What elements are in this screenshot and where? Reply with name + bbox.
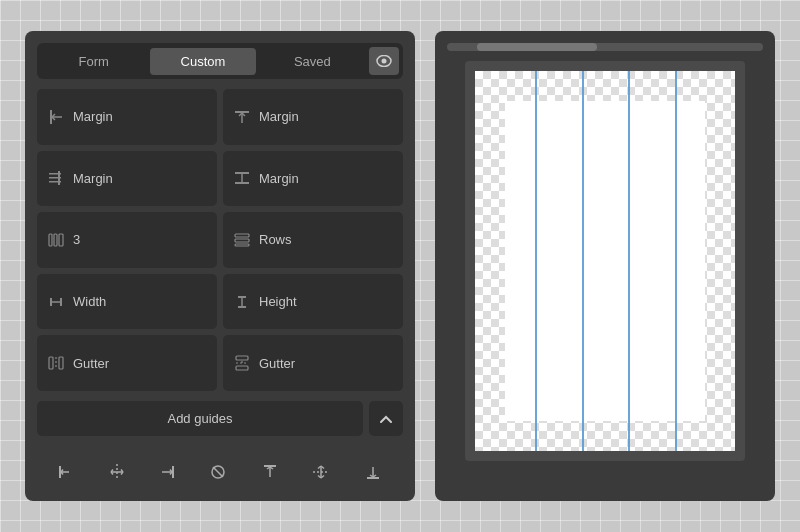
width-control[interactable]: Width [37, 274, 217, 330]
svg-rect-22 [235, 244, 249, 246]
svg-rect-52 [264, 465, 276, 467]
toolbar [37, 454, 403, 489]
tab-form[interactable]: Form [41, 48, 146, 75]
svg-rect-20 [235, 234, 249, 237]
guide-line-1 [535, 71, 537, 451]
scrollbar[interactable] [447, 43, 763, 51]
align-left-edge-icon[interactable] [53, 460, 79, 487]
rows-control[interactable]: Rows [223, 212, 403, 268]
align-center-h-icon[interactable] [103, 460, 131, 487]
eye-button[interactable] [369, 47, 399, 75]
svg-rect-6 [235, 111, 249, 113]
svg-rect-36 [59, 466, 61, 478]
svg-rect-2 [50, 110, 52, 124]
margin-bottom-control[interactable]: Margin [223, 151, 403, 207]
margin-left-control[interactable]: Margin [37, 89, 217, 145]
margin-bottom-label: Margin [259, 171, 299, 186]
align-bottom-icon[interactable] [359, 461, 387, 486]
margin-right-label: Margin [73, 171, 113, 186]
left-panel: Form Custom Saved Margin [25, 31, 415, 501]
tab-saved[interactable]: Saved [260, 48, 365, 75]
columns-icon [47, 232, 65, 248]
gutter-h-control[interactable]: Gutter [223, 335, 403, 391]
margin-right-control[interactable]: Margin [37, 151, 217, 207]
margin-top-icon [233, 109, 251, 125]
gutter-v-icon [47, 355, 65, 371]
svg-rect-29 [49, 357, 53, 369]
right-panel [435, 31, 775, 501]
align-top-icon[interactable] [256, 461, 284, 486]
margin-right-icon [47, 170, 65, 186]
guide-line-4 [675, 71, 677, 451]
svg-rect-30 [59, 357, 63, 369]
margin-bottom-icon [233, 170, 251, 186]
svg-rect-19 [59, 234, 63, 246]
guide-line-3 [628, 71, 630, 451]
gutter-h-label: Gutter [259, 356, 295, 371]
add-guides-row: Add guides [37, 401, 403, 436]
columns-control[interactable]: 3 [37, 212, 217, 268]
width-icon [47, 294, 65, 310]
canvas-content [475, 71, 735, 451]
height-control[interactable]: Height [223, 274, 403, 330]
svg-rect-21 [235, 239, 249, 242]
height-icon [233, 294, 251, 310]
margin-left-icon [47, 109, 65, 125]
margin-top-control[interactable]: Margin [223, 89, 403, 145]
gutter-v-control[interactable]: Gutter [37, 335, 217, 391]
height-label: Height [259, 294, 297, 309]
width-label: Width [73, 294, 106, 309]
svg-rect-46 [172, 466, 174, 478]
svg-rect-17 [49, 234, 52, 246]
svg-rect-14 [235, 172, 249, 174]
svg-rect-62 [367, 477, 379, 479]
scrollbar-thumb [477, 43, 597, 51]
guide-line-2 [582, 71, 584, 451]
rows-icon [233, 232, 251, 248]
margin-left-label: Margin [73, 109, 113, 124]
columns-value: 3 [73, 232, 80, 247]
gutter-h-icon [233, 355, 251, 371]
tab-custom[interactable]: Custom [150, 48, 255, 75]
svg-rect-33 [236, 366, 248, 370]
rows-label: Rows [259, 232, 292, 247]
add-guides-button[interactable]: Add guides [37, 401, 363, 436]
align-right-edge-icon[interactable] [154, 460, 180, 487]
svg-rect-32 [236, 356, 248, 360]
controls-grid: Margin Margin [37, 89, 403, 391]
align-center-v-icon[interactable] [307, 460, 335, 487]
svg-point-1 [381, 59, 386, 64]
tab-bar: Form Custom Saved [37, 43, 403, 79]
margin-top-label: Margin [259, 109, 299, 124]
gutter-v-label: Gutter [73, 356, 109, 371]
svg-rect-16 [235, 182, 249, 184]
canvas-area [465, 61, 745, 461]
svg-rect-18 [54, 234, 57, 246]
expand-button[interactable] [369, 401, 403, 436]
svg-line-51 [213, 467, 223, 477]
no-guide-icon[interactable] [204, 460, 232, 487]
